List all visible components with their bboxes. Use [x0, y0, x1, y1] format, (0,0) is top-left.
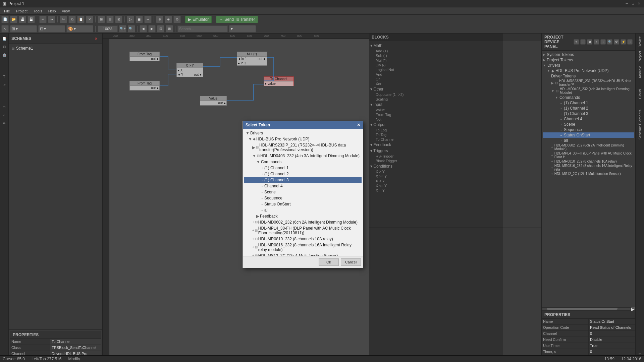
device-hscroll-thumb[interactable] [547, 308, 617, 310]
ch2-item[interactable]: → (1) Channel 2 [543, 106, 634, 111]
hdlmd-item[interactable]: ▼ ⊟ HDL-MD0403_232 (4ch 3A Intelligent D… [543, 87, 634, 95]
dialog-ch4[interactable]: → Channel 4 [244, 183, 362, 189]
dialog-hdlms12[interactable]: + ⊟ HDL-MS12_2C (12in1 Multi function Se… [244, 253, 362, 256]
dev-remove-btn[interactable]: - [580, 39, 586, 45]
dialog-hdlmr0810[interactable]: + ⊟ HDL-MR0810_232 (8 channels 10A relay… [244, 236, 362, 242]
android-tab[interactable]: Android [637, 64, 643, 80]
step-btn[interactable]: ⇒ [144, 16, 152, 23]
delete-btn[interactable]: ✕ [86, 16, 93, 23]
schemes-close-icon[interactable]: ✕ [92, 35, 100, 42]
dialog-hdlmd[interactable]: ▼ ⊟ HDL-MD0403_232 (4ch 3A Intelligent D… [244, 153, 362, 159]
fit2-btn[interactable]: ⊞ [166, 25, 173, 33]
ch1-item[interactable]: → (1) Channel 1 [543, 100, 634, 106]
dialog-all[interactable]: → all [244, 207, 362, 213]
dev-connect-btn[interactable]: ⚡ [621, 39, 626, 45]
hdl-bus-item[interactable]: ▼ ◆ HDL-BUS Pro Network (UDP) [543, 68, 634, 73]
close-btn[interactable]: ✕ [637, 1, 641, 6]
fit-btn[interactable]: ⊡ [157, 25, 164, 33]
dialog-ch2[interactable]: → (1) Channel 2 [244, 171, 362, 177]
run-btn[interactable]: ▷ [127, 16, 134, 23]
rect-icon[interactable]: □ [1, 103, 8, 111]
menu-help[interactable]: Help [46, 8, 59, 14]
minimize-btn[interactable]: ─ [625, 1, 629, 6]
seq-item[interactable]: → Sequence [543, 127, 634, 132]
grid-btn[interactable]: ⊞ [98, 16, 105, 23]
stop-btn[interactable]: ◼ [136, 16, 143, 23]
save-all-btn[interactable]: 💾 [28, 16, 35, 23]
all-item[interactable]: → all [543, 138, 634, 143]
undo-btn[interactable]: ↩ [39, 16, 47, 23]
dialog-hdlmpl[interactable]: + ⊟ HDL-MPL4_38-FH (DLP Panel with AC Mu… [244, 225, 362, 236]
status-onstart-item[interactable]: → Status OnStart [543, 132, 634, 138]
dev-export-btn[interactable]: → [627, 39, 633, 45]
dev-up-btn[interactable]: ↑ [594, 39, 599, 45]
driver-tokens-item[interactable]: Driver Tokens [543, 73, 634, 79]
search-input[interactable] [177, 25, 228, 32]
dev-add-btn[interactable]: + [574, 39, 579, 45]
color-dropdown[interactable]: 🎨 ▾ [66, 25, 93, 33]
zoom-in-btn[interactable]: 🔍+ [119, 25, 126, 33]
hdlmd2-item[interactable]: + HDL-MD0602_232 (6ch 2A Intelligent Dim… [543, 143, 634, 151]
scene-item[interactable]: → Scene [543, 122, 634, 127]
dev-refresh-btn[interactable]: ↺ [614, 39, 619, 45]
device-hscroll-track[interactable] [542, 308, 631, 310]
project-tab[interactable]: Project [637, 50, 643, 64]
open-btn[interactable]: 📂 [10, 16, 17, 23]
system-tokens-item[interactable]: ▶ System Tokens [543, 52, 634, 57]
ellipse-icon[interactable]: ○ [1, 111, 8, 119]
dialog-ch1[interactable]: → (1) Channel 1 [244, 165, 362, 171]
dialog-commands[interactable]: ▼ Commands [244, 159, 362, 165]
paste-btn[interactable]: 📋 [77, 16, 85, 23]
dialog-hdlmd2[interactable]: + ⊟ HDL-MD0602_232 (6ch 2A Intelligent D… [244, 219, 362, 225]
arrow-icon[interactable]: ↗ [1, 81, 8, 88]
hdlmr0810-item[interactable]: + HDL-MR0810_232 (8 channels 10A relay) [543, 159, 634, 164]
hdlmpl-item[interactable]: + HDL-MPL4_38-FH (DLP Panel with AC Musi… [543, 151, 634, 159]
snap-dropdown[interactable]: ⊞ ▾ [10, 25, 37, 33]
new-btn[interactable]: 📄 [1, 16, 9, 23]
dialog-hdlmrs[interactable]: ▶ ⊟ HDL-MRS232IP_231 (RS232<-->HDL-BUS d… [244, 142, 362, 153]
cloud-tab[interactable]: Cloud [637, 88, 643, 100]
device-hscroll[interactable]: ▶ [542, 307, 635, 311]
dialog-status[interactable]: → Status OnStart [244, 201, 362, 207]
dialog-seq[interactable]: → Sequence [244, 195, 362, 201]
menu-file[interactable]: File [1, 8, 13, 14]
commands-item[interactable]: ▼ Commands [543, 95, 634, 100]
tool1[interactable]: ⊕ [156, 16, 163, 23]
drivers-item[interactable]: ▼ Drivers [543, 63, 634, 68]
dialog-cancel-btn[interactable]: Cancel [341, 258, 361, 266]
scheme1-item[interactable]: 🖹 Scheme1 [10, 45, 101, 51]
send-transfer-btn[interactable]: → Send To Transfer [216, 16, 258, 23]
hdlms12-item[interactable]: + HDL-MS12_2C (12in1 Multi function Sens… [543, 172, 634, 176]
dialog-close-icon[interactable]: ✕ [357, 123, 360, 127]
zoom-input[interactable] [98, 25, 118, 32]
grid-size-dropdown[interactable]: ⊟ ▾ [38, 25, 65, 33]
copy-btn[interactable]: ⧉ [68, 16, 76, 23]
device-hscroll-right[interactable]: ▶ [631, 307, 635, 310]
dialog-ch3[interactable]: → (1) Channel 3 [244, 177, 362, 183]
dialog-ok-btn[interactable]: Ok [319, 258, 339, 266]
hdlmrs-item[interactable]: ▶ ⊟ HDL-MRS232IP_231 (RS232<-->HDL-BUS d… [543, 79, 634, 87]
next-btn[interactable]: ▶ [148, 25, 156, 33]
text-icon[interactable]: T [1, 73, 8, 80]
ch4-item[interactable]: → Channel 4 [543, 116, 634, 122]
pages-icon[interactable]: 📑 [1, 35, 8, 42]
save-btn[interactable]: 💾 [19, 16, 26, 23]
menu-tools[interactable]: Tools [31, 8, 45, 14]
android-icon[interactable]: 🤖 [1, 51, 8, 58]
dev-copy-btn[interactable]: ⧉ [587, 39, 592, 45]
cut-btn[interactable]: ✂ [60, 16, 67, 23]
dialog-hdlmr0816[interactable]: + ⊟ HDL-MR0816_232 (8 channels 16A Intel… [244, 242, 362, 253]
dialog-hdlbus[interactable]: ▼ ◆ HDL-BUS Pro Network (UDP) [244, 136, 362, 142]
project-tokens-item[interactable]: ▶ Project Tokens [543, 57, 634, 63]
tool2[interactable]: ⊗ [165, 16, 172, 23]
scheme-elements-tab[interactable]: Scheme Elements [637, 108, 643, 141]
search-type-dropdown[interactable]: ▾ [229, 25, 256, 33]
zoom-out-btn[interactable]: 🔍- [128, 25, 135, 33]
hdlmr0816-item[interactable]: + HDL-MR0816_232 (8 channels 16A Intelli… [543, 164, 634, 172]
ch3-item[interactable]: → (1) Channel 3 [543, 111, 634, 116]
redo-btn[interactable]: ↪ [48, 16, 55, 23]
prev-btn[interactable]: ◀ [140, 25, 147, 33]
menu-view[interactable]: View [59, 8, 72, 14]
overview-icon[interactable]: ⊡ [1, 43, 8, 50]
dialog-drivers[interactable]: ▼ Drivers [244, 130, 362, 136]
